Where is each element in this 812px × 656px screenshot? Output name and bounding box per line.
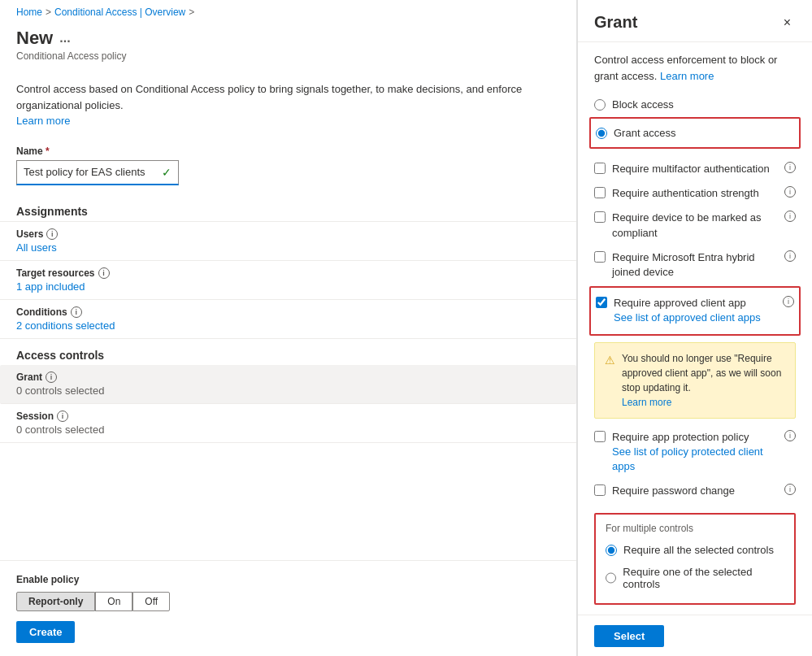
app-protection-checkbox[interactable] — [594, 431, 606, 442]
breadcrumb-home[interactable]: Home — [16, 7, 42, 18]
mfa-label: Require multifactor authentication — [612, 163, 770, 175]
enable-policy-section: Enable policy Report-only On Off Create — [0, 560, 576, 656]
auth-strength-row: Require authentication strength i — [594, 181, 796, 206]
users-info-icon[interactable]: i — [46, 228, 58, 240]
enable-policy-label: Enable policy — [16, 574, 560, 585]
mfa-row: Require multifactor authentication i — [594, 157, 796, 181]
compliant-checkbox[interactable] — [594, 211, 606, 223]
warning-box: ⚠ You should no longer use "Require appr… — [594, 342, 796, 419]
approved-client-highlight: Require approved client app See list of … — [589, 286, 801, 335]
warning-learn-more[interactable]: Learn more — [622, 397, 671, 408]
require-one-label: Require one of the selected controls — [623, 566, 784, 590]
grant-label: Grant i — [16, 371, 560, 383]
grant-access-highlight: Grant access — [589, 117, 801, 149]
require-all-option[interactable]: Require all the selected controls — [606, 539, 784, 561]
compliant-row: Require device to be marked as compliant… — [594, 206, 796, 245]
grant-access-radio[interactable] — [596, 128, 607, 139]
auth-strength-info-icon[interactable]: i — [784, 186, 796, 198]
conditions-section: Conditions i 2 conditions selected — [0, 300, 576, 339]
mfa-info-icon[interactable]: i — [784, 162, 796, 173]
name-label: Name * — [16, 146, 560, 157]
approved-client-info-icon[interactable]: i — [783, 296, 794, 307]
session-value[interactable]: 0 controls selected — [16, 424, 104, 436]
page-subtitle: Conditional Access policy — [16, 50, 560, 62]
toggle-report-only[interactable]: Report-only — [16, 592, 95, 611]
panel-header: Grant × — [578, 0, 812, 42]
compliant-label: Require device to be marked as compliant — [612, 211, 762, 238]
password-change-checkbox[interactable] — [594, 484, 606, 496]
approved-client-sublabel[interactable]: See list of approved client apps — [614, 311, 761, 324]
app-protection-label: Require app protection policy — [612, 431, 749, 443]
app-protection-info-icon[interactable]: i — [784, 430, 796, 441]
auth-strength-label: Require authentication strength — [612, 187, 759, 199]
warning-icon: ⚠ — [605, 352, 615, 410]
auth-strength-checkbox[interactable] — [594, 187, 606, 198]
approved-client-label: Require approved client app — [614, 297, 746, 309]
app-protection-sublabel[interactable]: See list of policy protected client apps — [612, 445, 763, 472]
breadcrumb: Home > Conditional Access | Overview > — [0, 0, 576, 24]
approved-client-row: Require approved client app See list of … — [596, 291, 794, 330]
name-input[interactable]: Test policy for EAS clients ✓ — [16, 160, 179, 185]
grant-access-option[interactable]: Grant access — [596, 122, 794, 144]
warning-text: You should no longer use "Require approv… — [622, 353, 781, 393]
toggle-on[interactable]: On — [95, 592, 132, 611]
target-resources-info-icon[interactable]: i — [98, 267, 110, 279]
access-controls-title: Access controls — [0, 339, 576, 365]
page-header: New ... Conditional Access policy — [0, 24, 576, 72]
hybrid-row: Require Microsoft Entra hybrid joined de… — [594, 245, 796, 285]
hybrid-checkbox[interactable] — [594, 251, 606, 263]
name-section: Name * Test policy for EAS clients ✓ — [0, 139, 576, 192]
conditions-value[interactable]: 2 conditions selected — [16, 319, 115, 332]
conditions-label: Conditions i — [16, 306, 560, 318]
block-access-label: Block access — [612, 98, 674, 111]
target-resources-value[interactable]: 1 app included — [16, 280, 85, 293]
grant-value[interactable]: 0 controls selected — [16, 384, 104, 397]
hybrid-info-icon[interactable]: i — [784, 250, 796, 262]
grant-section: Grant i 0 controls selected — [0, 365, 576, 404]
grant-panel: Grant × Control access enforcement to bl… — [577, 0, 812, 656]
conditions-info-icon[interactable]: i — [71, 306, 82, 318]
required-star: * — [46, 146, 50, 157]
left-panel: Home > Conditional Access | Overview > N… — [0, 0, 577, 656]
toggle-off[interactable]: Off — [132, 592, 170, 611]
grant-access-label: Grant access — [614, 127, 676, 139]
approved-client-checkbox[interactable] — [596, 297, 607, 308]
password-change-info-icon[interactable]: i — [784, 484, 796, 495]
app-protection-row: Require app protection policy See list o… — [594, 425, 796, 480]
require-all-radio[interactable] — [606, 545, 617, 556]
toggle-group: Report-only On Off — [16, 592, 560, 611]
breadcrumb-sep1: > — [46, 7, 51, 18]
name-checkmark: ✓ — [162, 166, 172, 179]
users-label: Users i — [16, 228, 560, 240]
ellipsis-menu[interactable]: ... — [59, 31, 70, 46]
target-resources-section: Target resources i 1 app included — [0, 261, 576, 300]
mfa-checkbox[interactable] — [594, 163, 606, 174]
password-change-row: Require password change i — [594, 479, 796, 503]
block-access-radio[interactable] — [594, 99, 606, 111]
require-one-option[interactable]: Require one of the selected controls — [606, 561, 784, 595]
panel-learn-more[interactable]: Learn more — [660, 70, 714, 82]
block-access-option[interactable]: Block access — [594, 93, 796, 115]
multiple-controls-label: For multiple controls — [606, 523, 784, 534]
page-description: Control access based on Conditional Acce… — [0, 72, 576, 139]
compliant-info-icon[interactable]: i — [784, 211, 796, 222]
close-button[interactable]: × — [779, 14, 796, 32]
users-value[interactable]: All users — [16, 241, 57, 254]
breadcrumb-conditional-access[interactable]: Conditional Access | Overview — [54, 7, 185, 18]
select-button[interactable]: Select — [594, 625, 664, 647]
grant-info-icon[interactable]: i — [46, 371, 57, 383]
panel-title: Grant — [594, 13, 637, 32]
session-section: Session i 0 controls selected — [0, 404, 576, 443]
create-button[interactable]: Create — [16, 621, 75, 643]
hybrid-label: Require Microsoft Entra hybrid joined de… — [612, 251, 755, 278]
target-resources-label: Target resources i — [16, 267, 560, 279]
description-learn-more[interactable]: Learn more — [16, 115, 70, 127]
multiple-controls-box: For multiple controls Require all the se… — [594, 513, 796, 605]
panel-body: Block access Grant access Require multif… — [578, 90, 812, 615]
session-info-icon[interactable]: i — [57, 411, 68, 422]
require-one-radio[interactable] — [606, 572, 616, 584]
assignments-title: Assignments — [0, 192, 576, 222]
session-label: Session i — [16, 411, 560, 422]
require-all-label: Require all the selected controls — [623, 544, 774, 556]
users-section: Users i All users — [0, 222, 576, 261]
